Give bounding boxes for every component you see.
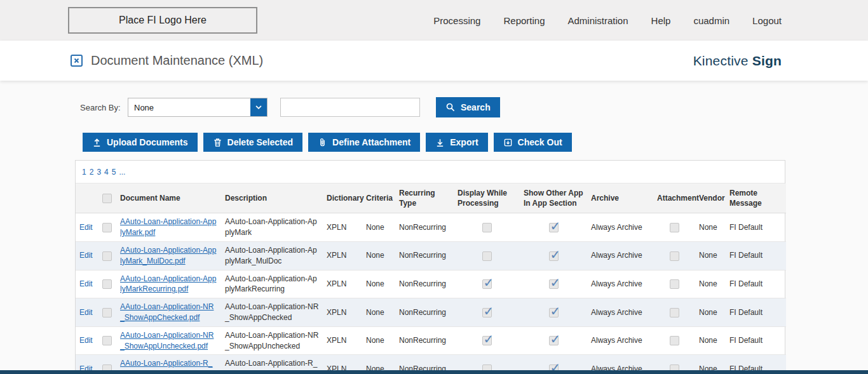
attachment-checkbox[interactable] (670, 336, 679, 345)
page-link[interactable]: 1 (82, 168, 86, 177)
search-by-dropdown[interactable]: None (128, 98, 268, 117)
page-link[interactable]: 5 (112, 168, 116, 177)
col-attachment: Attachment (653, 184, 695, 213)
display-while-processing-cell (454, 213, 520, 242)
page-link[interactable]: 3 (97, 168, 101, 177)
show-other-app-cell (520, 298, 587, 327)
define-attachment-button[interactable]: Define Attachment (308, 133, 420, 152)
document-name-link[interactable]: AAuto-Loan-Application-NR_ShowAppChecked… (120, 302, 214, 322)
display-while-processing-checkbox[interactable] (482, 223, 492, 232)
attachment-checkbox[interactable] (670, 223, 679, 232)
row-select-checkbox[interactable] (102, 308, 112, 317)
upload-icon (92, 138, 102, 147)
attachment-checkbox[interactable] (670, 251, 679, 261)
edit-cell: Edit (76, 241, 97, 270)
show-other-app-checkbox[interactable] (549, 279, 559, 289)
edit-cell: Edit (76, 270, 97, 298)
display-while-processing-checkbox[interactable] (482, 251, 492, 261)
fi-logo-text: Place FI Logo Here (119, 15, 207, 26)
criteria-cell: None (362, 326, 395, 355)
remote-message-cell: FI Default (726, 270, 786, 298)
nav-administration[interactable]: Administration (568, 15, 628, 26)
select-all-checkbox[interactable] (102, 194, 112, 203)
show-other-app-checkbox[interactable] (549, 223, 559, 232)
row-select-checkbox[interactable] (102, 251, 112, 261)
document-name-link[interactable]: AAuto-Loan-Application-ApplyMark_MulDoc.… (120, 246, 216, 265)
archive-cell: Always Archive (587, 213, 653, 242)
criteria-cell: None (362, 241, 395, 270)
table-row: EditAAuto-Loan-Application-NR_ShowAppUnc… (76, 326, 786, 355)
nav-processing[interactable]: Processing (433, 15, 480, 26)
edit-link[interactable]: Edit (79, 308, 93, 317)
upload-documents-label: Upload Documents (107, 137, 188, 147)
nav-reporting[interactable]: Reporting (503, 15, 545, 26)
paperclip-icon (318, 138, 327, 147)
col-show-other-app: Show Other App In App Section (520, 184, 587, 213)
display-while-processing-checkbox[interactable] (482, 336, 492, 345)
attachment-cell (653, 298, 695, 327)
attachment-checkbox[interactable] (670, 279, 679, 289)
row-select-checkbox[interactable] (102, 336, 112, 345)
recurring-type-cell: NonRecurring (395, 326, 454, 355)
show-other-app-cell (520, 213, 587, 242)
brand-logo: Kinective Sign (693, 53, 782, 69)
search-by-selected-value: None (128, 103, 250, 112)
dictionary-cell: XPLN (323, 213, 362, 242)
show-other-app-checkbox[interactable] (549, 308, 559, 317)
description-cell: AAuto-Loan-Application-ApplyMarkRecurrin… (221, 270, 323, 298)
export-button[interactable]: Export (426, 133, 487, 152)
table-row: EditAAuto-Loan-Application-ApplyMark.pdf… (76, 213, 786, 242)
check-out-button[interactable]: Check Out (494, 133, 572, 152)
edit-link[interactable]: Edit (79, 223, 93, 232)
delete-selected-button[interactable]: Delete Selected (203, 133, 303, 152)
download-arrow-icon (435, 138, 445, 147)
delete-selected-label: Delete Selected (227, 137, 294, 147)
show-other-app-checkbox[interactable] (549, 336, 559, 345)
nav-help[interactable]: Help (651, 15, 671, 26)
display-while-processing-cell (454, 270, 520, 298)
display-while-processing-checkbox[interactable] (482, 308, 492, 317)
edit-link[interactable]: Edit (79, 336, 93, 345)
table-row: EditAAuto-Loan-Application-NR_ShowAppChe… (76, 298, 786, 327)
document-name-link[interactable]: AAuto-Loan-Application-ApplyMark.pdf (120, 217, 216, 237)
display-while-processing-checkbox[interactable] (482, 279, 492, 289)
table-row: EditAAuto-Loan-Application-ApplyMarkRecu… (76, 270, 786, 298)
edit-link[interactable]: Edit (79, 279, 93, 288)
nav-cuadmin[interactable]: cuadmin (693, 15, 729, 26)
fi-logo-placeholder: Place FI Logo Here (68, 7, 257, 34)
upload-documents-button[interactable]: Upload Documents (83, 133, 198, 152)
top-nav: ProcessingReportingAdministrationHelpcua… (433, 15, 782, 26)
criteria-cell: None (362, 270, 395, 298)
vendor-cell: None (695, 213, 726, 242)
page-link[interactable]: 4 (104, 168, 109, 177)
attachment-checkbox[interactable] (670, 308, 679, 317)
nav-logout[interactable]: Logout (752, 15, 782, 26)
col-edit (76, 184, 97, 213)
archive-cell: Always Archive (587, 270, 653, 298)
row-select-checkbox[interactable] (102, 223, 112, 232)
search-input[interactable] (280, 98, 420, 117)
dictionary-cell: XPLN (323, 241, 362, 270)
top-bar: Place FI Logo Here ProcessingReportingAd… (0, 0, 868, 41)
dropdown-toggle-button[interactable] (250, 98, 267, 116)
show-other-app-cell (520, 241, 587, 270)
display-while-processing-cell (454, 241, 520, 270)
recurring-type-cell: NonRecurring (395, 270, 454, 298)
col-archive: Archive (587, 184, 653, 213)
page-link[interactable]: ... (119, 168, 125, 177)
check-out-icon (503, 138, 513, 147)
edit-link[interactable]: Edit (79, 251, 93, 260)
search-button[interactable]: Search (436, 97, 500, 117)
show-other-app-cell (520, 326, 587, 355)
xml-document-icon (70, 54, 83, 67)
document-name-link[interactable]: AAuto-Loan-Application-NR_ShowAppUncheck… (120, 331, 214, 351)
recurring-type-cell: NonRecurring (395, 298, 454, 327)
document-name-cell: AAuto-Loan-Application-NR_ShowAppChecked… (116, 298, 221, 327)
dictionary-cell: XPLN (323, 270, 362, 298)
document-name-link[interactable]: AAuto-Loan-Application-ApplyMarkRecurrin… (120, 274, 216, 294)
description-cell: AAuto-Loan-Application-NR_ShowAppUncheck… (221, 326, 323, 355)
row-select-checkbox[interactable] (102, 279, 112, 289)
recurring-type-cell: NonRecurring (395, 241, 454, 270)
show-other-app-checkbox[interactable] (549, 251, 559, 261)
page-link[interactable]: 2 (90, 168, 94, 177)
